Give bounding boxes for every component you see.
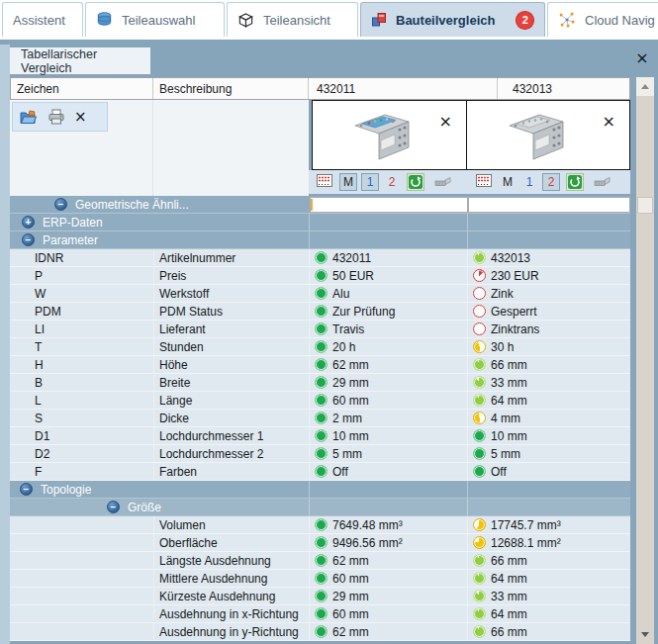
similarity-pie [315,269,328,282]
value-text: 60 mm [332,394,369,408]
header-432011[interactable]: 432011 [309,78,498,99]
beschreibung-cell: Preis [153,267,309,284]
header-432013[interactable]: 432013 [498,78,629,99]
insert-screw-icon[interactable] [593,175,612,189]
mode-m-button[interactable]: M [339,173,357,191]
value-cell-432013: 17745.7 mm³ [467,516,630,533]
section-label: Geometrische Ähnli... [75,198,189,212]
tab-label: Assistent [13,13,65,28]
collapse-icon[interactable]: − [20,483,33,496]
tab-label: Cloud Navig [585,13,655,28]
beschreibung-cell: Kürzeste Ausdehnung [153,588,309,604]
beschreibung-cell: Ausdehnung in y-Richtung [153,623,309,640]
zeichen-cell [10,516,153,533]
table-row: D2Lochdurchmesser 25 mm5 mm [10,445,630,463]
table-row: Volumen7649.48 mm³17745.7 mm³ [10,516,630,534]
similarity-pie [315,607,328,620]
similarity-pie [473,287,486,300]
value-text: 12688.1 mm² [491,536,561,550]
collapse-icon[interactable]: − [54,198,67,211]
similarity-pie [473,518,486,531]
table-row: IDNRArtikelnummer432011432013 [10,249,630,267]
zeichen-cell [10,570,153,587]
value-cell-432013: Off [467,463,630,480]
beschreibung-cell: Dicke [153,410,309,426]
scroll-up-icon[interactable] [636,77,654,96]
value-text: 64 mm [491,394,527,408]
value-cell-432013: 230 EUR [467,267,630,284]
vertical-scrollbar[interactable] [636,77,654,644]
zeichen-cell [10,623,153,640]
value-cell-432013: 66 mm [467,552,630,569]
zeichen-cell [10,534,153,551]
table-row: Längste Ausdehnung62 mm66 mm [10,552,630,570]
scroll-down-icon[interactable] [636,625,654,644]
similarity-pie [315,394,328,407]
expand-icon[interactable]: + [22,216,35,229]
tab-bauteilvergleich[interactable]: Bauteilvergleich 2 [360,2,545,37]
zeichen-cell: W [10,285,153,302]
mode-1-button[interactable]: 1 [361,173,379,191]
refresh-icon[interactable] [566,173,584,191]
value-cell-432011: 7649.48 mm³ [309,516,467,533]
value-text: 9496.56 mm² [332,536,403,550]
mode-2-button[interactable]: 2 [542,173,560,191]
collapse-icon[interactable]: − [22,233,35,246]
similarity-pie [473,358,486,371]
beschreibung-cell: Lochdurchmesser 1 [153,427,309,444]
insert-screw-icon[interactable] [433,175,453,189]
print-icon[interactable] [47,109,65,125]
measure-table-icon[interactable] [317,174,333,189]
collapse-icon[interactable]: − [107,501,120,513]
tab-cloud-navigator[interactable]: Cloud Navig [547,2,658,37]
remove-part-icon[interactable]: × [439,113,452,131]
value-text: Zur Prüfung [332,305,395,319]
similarity-pie [315,590,328,602]
tab-assistent[interactable]: Assistent [2,2,83,37]
similarity-pie [473,572,486,585]
close-panel-icon[interactable]: × [634,50,650,66]
value-text: 432013 [491,251,530,265]
tab-teileansicht[interactable]: Teileansicht [227,2,358,37]
zeichen-cell: IDNR [10,249,153,266]
part-toolbar-432011: M 1 2 [309,170,467,194]
similarity-input-432013[interactable] [468,197,630,213]
value-cell-432013: 33 mm [467,588,630,604]
clear-comparison-icon[interactable]: × [74,108,87,126]
value-text: Off [332,465,348,479]
value-text: 10 mm [332,429,369,443]
measure-table-icon[interactable] [476,174,493,189]
similarity-input-432011[interactable] [310,197,468,213]
similarity-pie [473,340,486,353]
zeichen-cell: B [10,374,153,391]
tab-teileauswahl[interactable]: Teileauswahl [85,2,225,37]
table-row: PPreis50 EUR230 EUR [10,267,630,285]
similarity-pie [473,429,486,442]
section-label: Größe [128,501,161,514]
scrollbar-thumb[interactable] [637,197,653,214]
mode-1-button[interactable]: 1 [520,173,538,191]
table-row: BBreite29 mm33 mm [10,374,630,392]
section-label: ERP-Daten [43,216,103,230]
tab-tabellarischer-vergleich[interactable]: Tabellarischer Vergleich [10,47,150,74]
mode-m-button[interactable]: M [499,173,517,191]
mode-2-button[interactable]: 2 [383,173,401,191]
value-text: 62 mm [332,554,369,568]
remove-part-icon[interactable]: × [603,113,615,131]
compare-toolbar: × [12,102,108,132]
value-text: 60 mm [332,607,369,621]
section-row: +ERP-Daten [10,214,630,231]
value-text: 62 mm [332,625,369,639]
value-text: 64 mm [491,572,527,586]
table-row: Mittlere Ausdehnung60 mm64 mm [10,570,630,588]
similarity-pie [315,465,328,478]
similarity-pie [473,590,486,602]
section-row: −Parameter [10,231,630,249]
header-beschreibung[interactable]: Beschreibung [153,78,309,99]
part-image-432011 [350,110,416,161]
value-text: 5 mm [491,447,520,461]
header-zeichen[interactable]: Zeichen [11,78,153,99]
value-text: 30 h [491,340,514,354]
open-folder-icon[interactable] [20,110,39,125]
refresh-icon[interactable] [407,173,424,191]
